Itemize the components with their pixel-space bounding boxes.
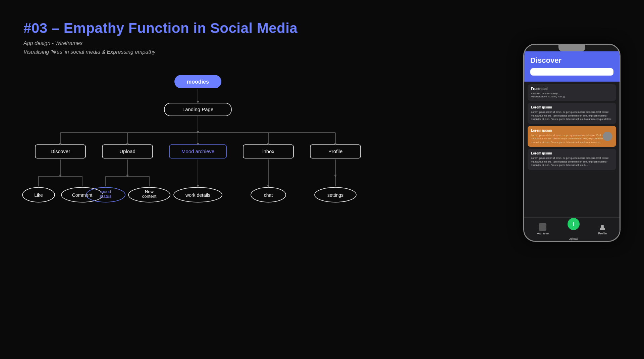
- svg-marker-58: [126, 175, 129, 177]
- avatar: [603, 132, 612, 141]
- diagram-area: moodies Landing Page Discover Upload Moo…: [20, 60, 376, 296]
- svg-text:chat: chat: [264, 192, 273, 198]
- svg-text:Discover: Discover: [51, 148, 70, 154]
- svg-text:moodies: moodies: [187, 79, 209, 85]
- card-lorem-1-text: Lorem ipsum dolor sit amet, ex per quem …: [531, 110, 613, 121]
- nav-upload[interactable]: + Upload: [568, 218, 580, 240]
- svg-marker-61: [334, 175, 337, 177]
- svg-text:inbox: inbox: [262, 148, 274, 154]
- svg-text:status: status: [100, 194, 112, 199]
- phone-content: Frustrated I worked till 4am today...My …: [524, 82, 620, 224]
- svg-text:work details: work details: [185, 192, 210, 198]
- page-title: #03 – Empathy Function in Social Media: [23, 20, 621, 36]
- svg-marker-52: [59, 143, 62, 145]
- svg-marker-60: [267, 185, 270, 187]
- svg-marker-55: [267, 143, 270, 145]
- svg-text:content: content: [142, 194, 157, 199]
- nav-upload-label: Upload: [569, 237, 578, 240]
- phone-mockup: Discover Frustrated I worked till 4am to…: [523, 44, 621, 242]
- card-lorem-3: Lorem ipsum Lorem ipsum dolor sit amet, …: [528, 149, 616, 170]
- svg-point-62: [601, 225, 604, 227]
- card-lorem-2-text: Lorem ipsum dolor sit amet, ex per quem …: [531, 134, 613, 144]
- card-frustrated-text: I worked till 4am today...My headache is…: [531, 92, 613, 98]
- svg-text:Landing Page: Landing Page: [182, 106, 214, 112]
- svg-marker-59: [197, 185, 199, 187]
- card-lorem-2-label: Lorem ipsum: [531, 129, 613, 132]
- card-lorem-1: Lorem ipsum Lorem ipsum dolor sit amet, …: [528, 103, 616, 124]
- svg-marker-53: [126, 143, 129, 145]
- profile-icon: [599, 223, 606, 231]
- card-lorem-1-label: Lorem ipsum: [531, 105, 613, 109]
- discover-title: Discover: [530, 56, 613, 65]
- svg-marker-56: [334, 143, 337, 145]
- svg-text:Like: Like: [34, 192, 43, 198]
- nav-profile[interactable]: Profile: [598, 223, 607, 235]
- svg-text:Profile: Profile: [328, 148, 343, 154]
- svg-marker-51: [197, 131, 199, 134]
- nav-profile-label: Profile: [598, 232, 607, 235]
- phone-top-section: Discover: [524, 51, 620, 82]
- svg-text:mood: mood: [100, 189, 111, 194]
- card-frustrated-label: Frustrated: [531, 87, 613, 91]
- card-lorem-3-text: Lorem ipsum dolor sit amet, ex per quem …: [531, 156, 613, 167]
- svg-marker-57: [59, 175, 62, 177]
- archieve-icon: [539, 223, 546, 231]
- phone-notch: [558, 45, 585, 51]
- tree-diagram: moodies Landing Page Discover Upload Moo…: [20, 60, 376, 296]
- svg-text:New: New: [145, 189, 154, 194]
- nav-archieve-label: Archieve: [537, 232, 549, 235]
- card-lorem-2: Lorem ipsum Lorem ipsum dolor sit amet, …: [528, 126, 616, 147]
- phone-frame: Discover Frustrated I worked till 4am to…: [523, 44, 621, 242]
- search-bar[interactable]: [530, 68, 613, 76]
- svg-text:Comment: Comment: [72, 192, 93, 198]
- svg-text:settings: settings: [327, 192, 343, 198]
- nav-archieve[interactable]: Archieve: [537, 223, 549, 235]
- svg-text:Upload: Upload: [119, 148, 136, 154]
- svg-marker-54: [197, 143, 199, 145]
- card-lorem-3-label: Lorem ipsum: [531, 151, 613, 155]
- svg-text:Mood archieve: Mood archieve: [181, 148, 214, 154]
- bottom-nav: Archieve + Upload Profile: [524, 217, 620, 241]
- card-frustrated: Frustrated I worked till 4am today...My …: [528, 84, 616, 101]
- upload-button[interactable]: +: [568, 218, 580, 230]
